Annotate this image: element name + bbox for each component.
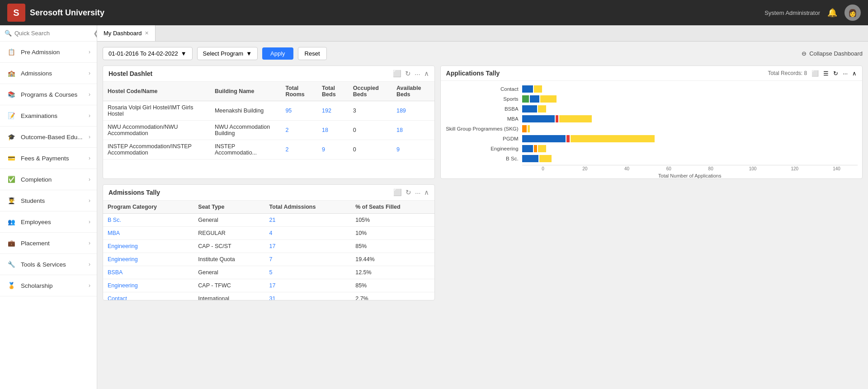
bar-row: Skill Group Programmes (SKG) [445,125,858,132]
sidebar-item-admissions[interactable]: 🏫 Admissions › [0,63,97,84]
search-input[interactable] [14,30,90,37]
app-collapse-icon[interactable]: ∧ [852,70,857,77]
bar-group [522,155,858,162]
hostel-dashlet-actions: ⬜ ↻ ··· ∧ [393,70,429,78]
sidebar-item-examinations[interactable]: 📝 Examinations › [0,105,97,127]
program-link[interactable]: Engineering [108,282,138,289]
sidebar-item-students[interactable]: 👨‍🎓 Students › [0,190,97,211]
beds-link[interactable]: 18 [322,127,328,133]
bar-group [522,135,858,142]
sidebar-icon-admissions: 🏫 [6,68,16,78]
header-right: System Administrator 🔔 👩 [764,5,861,21]
chevron-icon-programs-courses: › [89,91,90,98]
rooms-link[interactable]: 2 [285,127,288,133]
bar-row: Engineering [445,145,858,152]
total-admissions-cell: 21 [265,214,351,227]
total-link[interactable]: 5 [269,269,273,276]
x-axis-tick: 100 [732,165,774,171]
total-link[interactable]: 4 [269,230,273,236]
app-title: Serosoft University [30,8,104,18]
dashlets-row-2: Admissions Tally ⬜ ↻ ··· ∧ Progra [103,184,863,300]
sidebar-item-programs-courses[interactable]: 📚 Programs & Courses › [0,84,97,105]
hostel-refresh-icon[interactable]: ↻ [405,70,411,78]
avatar[interactable]: 👩 [844,5,861,21]
x-axis-tick: 60 [648,165,690,171]
total-link[interactable]: 21 [269,217,276,223]
sidebar-label-scholarship: Scholarship [21,282,84,289]
sidebar-item-completion[interactable]: ✅ Completion › [0,169,97,190]
bar-segment-red [556,115,558,122]
sidebar-item-fees-payments[interactable]: 💳 Fees & Payments › [0,148,97,169]
hostel-code-cell: NWU Accommodation/NWU Accommodation [103,121,210,140]
applications-tally-actions: Total Records: 8 ⬜ ☰ ↻ ··· ∧ [768,70,857,77]
bar-segment-yellow [538,105,546,112]
adm-refresh-icon[interactable]: ↻ [406,188,411,197]
program-link[interactable]: B Sc. [108,217,121,223]
adm-expand-icon[interactable]: ⬜ [393,188,402,197]
app-list-icon[interactable]: ☰ [823,70,829,77]
tab-my-dashboard[interactable]: My Dashboard ✕ [97,25,156,41]
sidebar-item-employees[interactable]: 👥 Employees › [0,211,97,233]
total-link[interactable]: 17 [269,243,276,249]
app-expand-icon[interactable]: ⬜ [811,70,819,77]
app-more-icon[interactable]: ··· [843,70,848,77]
rooms-link[interactable]: 2 [285,146,288,153]
collapse-dashboard-button[interactable]: ⊖ Collapse Dashboard [802,50,863,57]
bar-row: Contact [445,85,858,93]
hostel-dashlet: Hostel Dashlet ⬜ ↻ ··· ∧ Hostel C [103,66,435,179]
bar-label: Sports [445,96,522,102]
table-row: Engineering CAP - SC/ST 17 85% [103,240,434,253]
total-link[interactable]: 17 [269,282,276,289]
hostel-expand-icon[interactable]: ⬜ [393,70,401,78]
bar-segment-yellow [559,115,592,122]
bar-segment-blue [522,135,566,142]
beds-link[interactable]: 192 [322,108,331,114]
program-link[interactable]: BSBA [108,269,123,276]
bar-segment-yellow [528,125,530,132]
sidebar-icon-programs-courses: 📚 [6,89,16,99]
bell-icon[interactable]: 🔔 [827,8,837,18]
sidebar-item-tools-services[interactable]: 🔧 Tools & Services › [0,254,97,275]
bar-segment-orange [522,125,527,132]
sidebar-items-container: 📋 Pre Admission › 🏫 Admissions › 📚 Progr… [0,42,97,296]
rooms-link[interactable]: 95 [285,108,292,114]
adm-more-icon[interactable]: ··· [415,189,421,197]
program-link[interactable]: MBA [108,230,120,236]
reset-button[interactable]: Reset [298,47,327,60]
table-row: INSTEP Accommodation/INSTEP Accommodatio… [103,140,434,159]
col-total-rooms: Total Rooms [281,82,317,101]
sidebar-collapse-button[interactable]: ❮ [93,29,97,37]
sidebar-item-placement[interactable]: 💼 Placement › [0,233,97,254]
total-admissions-cell: 5 [265,266,351,279]
app-refresh-icon[interactable]: ↻ [833,70,838,77]
total-beds-cell: 18 [317,121,349,140]
sidebar-item-scholarship[interactable]: 🏅 Scholarship › [0,275,97,296]
available-link[interactable]: 9 [396,146,400,153]
seat-type-cell: Institute Quota [193,253,264,266]
hostel-code-cell: INSTEP Accommodation/INSTEP Accommodatio… [103,140,210,159]
adm-collapse-icon[interactable]: ∧ [424,188,429,197]
program-select-button[interactable]: Select Program ▼ [197,47,258,60]
bar-label: Contact [445,86,522,92]
tab-close-button[interactable]: ✕ [145,30,149,36]
total-admissions-cell: 31 [265,292,351,300]
apply-button[interactable]: Apply [262,47,293,60]
available-link[interactable]: 189 [396,108,406,114]
sidebar-item-outcome-based[interactable]: 🎓 Outcome-Based Edu... › [0,127,97,148]
sidebar-label-programs-courses: Programs & Courses [21,91,84,98]
chevron-icon-scholarship: › [89,282,90,289]
sidebar-icon-examinations: 📝 [6,111,16,121]
beds-link[interactable]: 9 [322,146,325,153]
sidebar-item-pre-admission[interactable]: 📋 Pre Admission › [0,42,97,63]
available-link[interactable]: 18 [396,127,403,133]
hostel-more-icon[interactable]: ··· [415,70,420,78]
sidebar-icon-placement: 💼 [6,238,16,248]
date-range-button[interactable]: 01-01-2016 To 24-02-2022 ▼ [103,47,193,60]
chevron-icon-placement: › [89,240,90,246]
program-link[interactable]: Contact [108,295,127,300]
program-link[interactable]: Engineering [108,256,138,262]
program-link[interactable]: Engineering [108,243,138,249]
total-link[interactable]: 31 [269,295,276,300]
total-link[interactable]: 7 [269,256,273,262]
hostel-collapse-icon[interactable]: ∧ [424,70,429,78]
